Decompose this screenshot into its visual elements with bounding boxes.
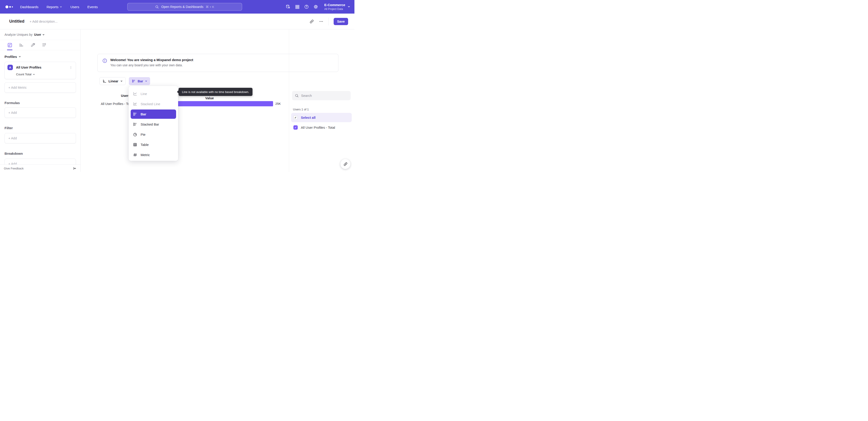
chart-column-header-value: Value: [203, 96, 216, 100]
report-actions: Save: [309, 18, 348, 25]
nav-right: E-Commerce All Project Data: [285, 0, 350, 13]
line-chart-icon: [133, 91, 137, 96]
add-breakdown-button[interactable]: + Add: [4, 159, 76, 165]
menu-item-pie[interactable]: Pie: [129, 130, 178, 140]
chevron-down-icon: [33, 73, 35, 76]
profiles-section-heading[interactable]: Profiles: [4, 55, 76, 59]
sidebar-scroll: Analyze Uniques by User Profiles A All U…: [0, 29, 81, 165]
report-header: Untitled + Add description... Save: [0, 13, 354, 29]
metric-name[interactable]: All User Profiles: [16, 65, 69, 69]
top-nav: Dashboards Reports Users Events Open Rep…: [0, 0, 354, 13]
link-icon: [343, 162, 348, 166]
add-metric-button[interactable]: + Add Metric: [4, 82, 76, 93]
banner-title: Welcome! You are viewing a Mixpanel demo…: [110, 58, 193, 62]
select-all-row[interactable]: ✓ Select all: [291, 113, 352, 122]
apps-grid-icon[interactable]: [294, 4, 300, 9]
menu-item-metric[interactable]: Metric: [129, 150, 178, 160]
stacked-bar-chart-icon: [133, 122, 137, 127]
menu-item-label: Stacked Bar: [141, 122, 159, 126]
aggregation-dropdown[interactable]: Count Total: [16, 73, 35, 76]
copy-link-icon[interactable]: [309, 19, 314, 24]
nav-item-users[interactable]: Users: [70, 5, 79, 9]
analyze-entity-value: User: [34, 33, 41, 36]
give-feedback-link[interactable]: Give Feedback: [4, 167, 24, 170]
add-description-field[interactable]: + Add description...: [30, 20, 58, 23]
mixpanel-logo-icon[interactable]: [5, 5, 13, 8]
demo-banner: Welcome! You are viewing a Mixpanel demo…: [97, 54, 338, 72]
menu-item-stacked-bar[interactable]: Stacked Bar: [129, 119, 178, 130]
add-formula-button[interactable]: + Add: [4, 108, 76, 118]
chart-type-menu: Line Stacked Line Bar Stacked Bar Pie Ta…: [129, 86, 178, 161]
aggregation-value: Count Total: [16, 73, 31, 76]
copy-link-fab[interactable]: [340, 159, 350, 169]
series-search-input[interactable]: [301, 94, 348, 97]
bar-chart-icon: [131, 79, 136, 83]
chevron-down-icon: [19, 55, 21, 58]
flows-icon: [30, 43, 35, 48]
save-button[interactable]: Save: [334, 18, 348, 25]
nav-item-label: Reports: [46, 5, 59, 9]
project-name: E-Commerce: [324, 3, 345, 7]
tab-flows[interactable]: [30, 40, 35, 50]
global-search-button[interactable]: Open Reports & Dashboards ⌘ + K: [127, 3, 242, 11]
analyze-entity-dropdown[interactable]: User: [34, 33, 45, 36]
nav-item-label: Dashboards: [20, 5, 38, 9]
disabled-option-tooltip: Line is not available with no time based…: [179, 88, 252, 96]
chevron-down-icon: [347, 5, 350, 8]
more-options-icon[interactable]: [319, 19, 323, 24]
kebab-menu-icon[interactable]: [69, 65, 73, 70]
scale-selector-button[interactable]: Linear: [99, 77, 126, 85]
sidebar-footer: Give Feedback: [0, 165, 81, 172]
settings-gear-icon[interactable]: [313, 4, 318, 9]
stacked-line-chart-icon: [133, 102, 137, 106]
collapse-sidebar-icon[interactable]: [73, 167, 76, 170]
tab-funnels[interactable]: [19, 40, 24, 50]
mixpanel-app: Dashboards Reports Users Events Open Rep…: [0, 0, 354, 172]
query-builder-sidebar: Analyze Uniques by User Profiles A All U…: [0, 29, 81, 172]
global-search-shortcut: ⌘ + K: [206, 5, 214, 8]
nav-item-reports[interactable]: Reports: [46, 5, 62, 9]
help-icon[interactable]: [304, 4, 309, 9]
global-search-placeholder: Open Reports & Dashboards: [161, 5, 203, 8]
chevron-down-icon: [145, 80, 147, 82]
insights-chart-icon: [7, 43, 12, 48]
series-item-checkbox[interactable]: ✓: [293, 125, 298, 130]
series-count-label: Users 1 of 1: [293, 108, 309, 111]
divider: [289, 29, 289, 172]
chart-bar-value-label: 25K: [275, 102, 281, 106]
project-scope: All Project Data: [324, 7, 345, 11]
report-canvas: Welcome! You are viewing a Mixpanel demo…: [81, 29, 354, 172]
report-title[interactable]: Untitled: [9, 19, 24, 24]
series-item-label: All User Profiles - Total: [301, 125, 335, 130]
series-search-field[interactable]: [292, 91, 350, 100]
nav-item-label: Users: [70, 5, 79, 9]
series-item-row[interactable]: ✓ All User Profiles - Total: [291, 123, 352, 132]
nav-item-dashboards[interactable]: Dashboards: [20, 5, 38, 9]
data-management-icon[interactable]: [285, 4, 291, 9]
add-filter-button[interactable]: + Add: [4, 133, 76, 143]
menu-item-line[interactable]: Line: [129, 89, 178, 99]
menu-item-bar[interactable]: Bar: [131, 110, 176, 119]
nav-item-events[interactable]: Events: [88, 5, 98, 9]
project-selector[interactable]: E-Commerce All Project Data: [324, 3, 350, 11]
pie-chart-icon: [133, 132, 137, 137]
profiles-heading-label: Profiles: [4, 55, 17, 59]
select-all-label: Select all: [301, 116, 315, 119]
menu-item-label: Bar: [141, 112, 146, 116]
analyze-row: Analyze Uniques by User: [0, 29, 81, 40]
tab-retention[interactable]: [41, 40, 47, 50]
menu-item-label: Table: [141, 143, 149, 147]
chart-type-selector-label: Bar: [138, 79, 143, 83]
menu-item-table[interactable]: Table: [129, 140, 178, 150]
menu-item-label: Pie: [141, 133, 146, 136]
filter-section-heading: Filter: [4, 126, 76, 130]
tab-insights[interactable]: [7, 40, 12, 50]
menu-item-stacked-line[interactable]: Stacked Line: [129, 99, 178, 109]
chart-row-label: All User Profiles - Total: [101, 102, 133, 106]
select-all-checkbox[interactable]: ✓: [293, 115, 298, 120]
metric-badge: A: [7, 65, 13, 70]
metric-card[interactable]: A All User Profiles Count Total: [4, 62, 76, 79]
chart-type-selector-button[interactable]: Bar: [129, 77, 150, 85]
metric-hash-icon: [133, 152, 137, 157]
formulas-section-heading: Formulas: [4, 101, 76, 105]
